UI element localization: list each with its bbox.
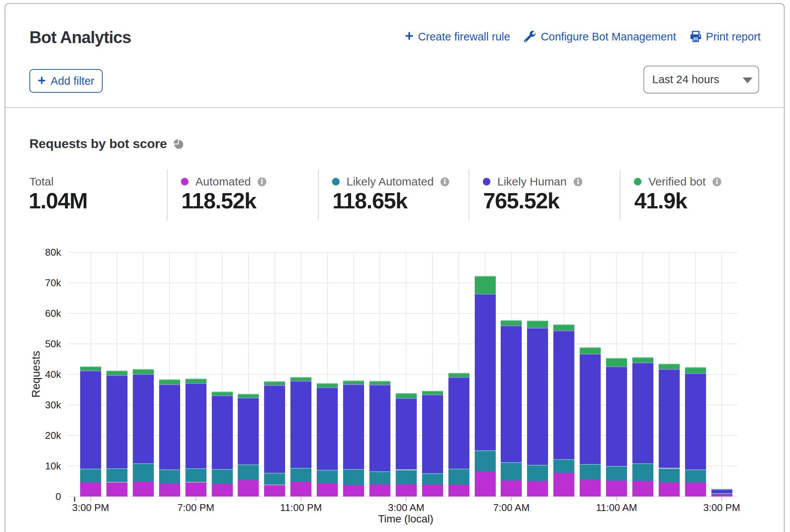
bar-segment-verified-bot[interactable]	[159, 379, 180, 385]
bar-segment-likely-human[interactable]	[238, 398, 259, 464]
bar-segment-automated[interactable]	[317, 483, 338, 497]
bar-segment-likely-human[interactable]	[711, 489, 732, 493]
info-icon[interactable]	[440, 177, 449, 186]
bar-segment-likely-human[interactable]	[264, 385, 285, 473]
bar-segment-verified-bot[interactable]	[238, 394, 259, 398]
bar-segment-automated[interactable]	[422, 485, 443, 497]
bar-segment-automated[interactable]	[106, 482, 127, 497]
bar-segment-automated[interactable]	[448, 485, 469, 497]
bar-segment-verified-bot[interactable]	[606, 358, 627, 367]
info-icon[interactable]	[574, 177, 582, 186]
bar-segment-likely-human[interactable]	[212, 395, 233, 469]
bar-segment-verified-bot[interactable]	[369, 381, 390, 385]
bar-segment-automated[interactable]	[632, 481, 653, 497]
bar-segment-likely-human[interactable]	[185, 383, 206, 468]
bar-segment-likely-automated[interactable]	[632, 463, 653, 481]
bar-segment-likely-automated[interactable]	[396, 470, 417, 484]
bar-segment-likely-human[interactable]	[475, 294, 496, 450]
bar-segment-likely-automated[interactable]	[317, 470, 338, 483]
add-filter-button[interactable]: + Add filter	[29, 69, 103, 93]
bar-segment-verified-bot[interactable]	[80, 366, 101, 371]
bar-segment-verified-bot[interactable]	[422, 391, 443, 395]
bar-segment-verified-bot[interactable]	[396, 393, 417, 398]
bar-segment-likely-human[interactable]	[159, 384, 180, 469]
bar-segment-likely-automated[interactable]	[448, 469, 469, 485]
bar-segment-likely-human[interactable]	[422, 395, 443, 473]
bar-segment-automated[interactable]	[475, 472, 496, 497]
bar-segment-verified-bot[interactable]	[659, 364, 680, 369]
bar-segment-automated[interactable]	[580, 480, 601, 497]
bar-segment-likely-human[interactable]	[290, 381, 311, 468]
bar-segment-verified-bot[interactable]	[317, 383, 338, 387]
bar-segment-likely-automated[interactable]	[422, 473, 443, 484]
bar-segment-likely-human[interactable]	[606, 366, 627, 466]
bar-segment-automated[interactable]	[711, 494, 732, 497]
bar-segment-automated[interactable]	[369, 484, 390, 497]
bar-segment-verified-bot[interactable]	[264, 381, 285, 385]
bar-segment-likely-human[interactable]	[527, 328, 548, 465]
bar-segment-verified-bot[interactable]	[212, 392, 233, 395]
bar-segment-automated[interactable]	[501, 480, 522, 497]
bar-segment-likely-automated[interactable]	[475, 450, 496, 472]
bar-segment-verified-bot[interactable]	[343, 380, 364, 384]
bar-segment-likely-automated[interactable]	[501, 462, 522, 480]
bar-segment-automated[interactable]	[80, 482, 101, 497]
bar-segment-likely-human[interactable]	[580, 354, 601, 464]
bar-segment-likely-automated[interactable]	[133, 463, 154, 482]
bar-segment-likely-automated[interactable]	[527, 465, 548, 481]
bar-segment-likely-human[interactable]	[80, 371, 101, 469]
bar-segment-likely-human[interactable]	[632, 363, 653, 463]
create-firewall-rule-link[interactable]: + Create firewall rule	[405, 29, 510, 45]
bar-segment-likely-automated[interactable]	[80, 469, 101, 482]
bar-segment-verified-bot[interactable]	[553, 324, 574, 330]
bar-segment-likely-human[interactable]	[685, 373, 706, 469]
bar-segment-automated[interactable]	[264, 485, 285, 497]
bar-segment-verified-bot[interactable]	[106, 371, 127, 375]
bar-segment-automated[interactable]	[133, 482, 154, 497]
bar-segment-likely-human[interactable]	[396, 398, 417, 469]
configure-bot-management-link[interactable]: Configure Bot Management	[524, 29, 676, 45]
bar-segment-likely-automated[interactable]	[290, 468, 311, 482]
bar-segment-likely-human[interactable]	[553, 330, 574, 459]
bar-segment-verified-bot[interactable]	[501, 320, 522, 326]
bar-segment-automated[interactable]	[685, 482, 706, 497]
print-report-link[interactable]: Print report	[690, 29, 761, 45]
bar-segment-verified-bot[interactable]	[685, 367, 706, 373]
bar-segment-likely-human[interactable]	[133, 374, 154, 463]
bar-segment-automated[interactable]	[290, 482, 311, 497]
bar-segment-likely-human[interactable]	[317, 387, 338, 470]
bar-segment-likely-human[interactable]	[659, 369, 680, 468]
bar-segment-likely-automated[interactable]	[343, 469, 364, 485]
bar-segment-verified-bot[interactable]	[632, 357, 653, 363]
bar-segment-likely-human[interactable]	[343, 384, 364, 469]
bar-segment-verified-bot[interactable]	[580, 347, 601, 354]
bar-segment-likely-automated[interactable]	[369, 471, 390, 484]
bar-segment-likely-automated[interactable]	[185, 468, 206, 482]
bar-segment-likely-automated[interactable]	[659, 468, 680, 482]
bar-segment-likely-human[interactable]	[448, 377, 469, 469]
bar-segment-automated[interactable]	[343, 485, 364, 497]
bar-segment-automated[interactable]	[659, 482, 680, 497]
info-icon[interactable]	[713, 177, 721, 186]
bar-segment-automated[interactable]	[159, 484, 180, 497]
bar-segment-likely-automated[interactable]	[606, 466, 627, 480]
bar-segment-verified-bot[interactable]	[290, 377, 311, 381]
bar-segment-automated[interactable]	[238, 480, 259, 497]
bar-segment-likely-automated[interactable]	[106, 468, 127, 482]
bar-segment-likely-automated[interactable]	[212, 469, 233, 484]
bar-segment-verified-bot[interactable]	[448, 373, 469, 377]
bar-segment-likely-automated[interactable]	[553, 459, 574, 473]
bar-segment-automated[interactable]	[396, 484, 417, 497]
bar-segment-automated[interactable]	[527, 481, 548, 497]
bar-segment-automated[interactable]	[553, 473, 574, 497]
bar-segment-likely-human[interactable]	[106, 375, 127, 468]
bar-segment-automated[interactable]	[606, 480, 627, 497]
time-range-select[interactable]: Last 24 hours	[643, 66, 759, 94]
bar-segment-likely-automated[interactable]	[159, 469, 180, 484]
bar-segment-likely-human[interactable]	[501, 326, 522, 462]
bar-segment-likely-automated[interactable]	[264, 473, 285, 485]
bar-segment-automated[interactable]	[185, 482, 206, 497]
bar-segment-verified-bot[interactable]	[475, 276, 496, 294]
bar-segment-verified-bot[interactable]	[133, 369, 154, 374]
bar-segment-likely-automated[interactable]	[238, 464, 259, 480]
